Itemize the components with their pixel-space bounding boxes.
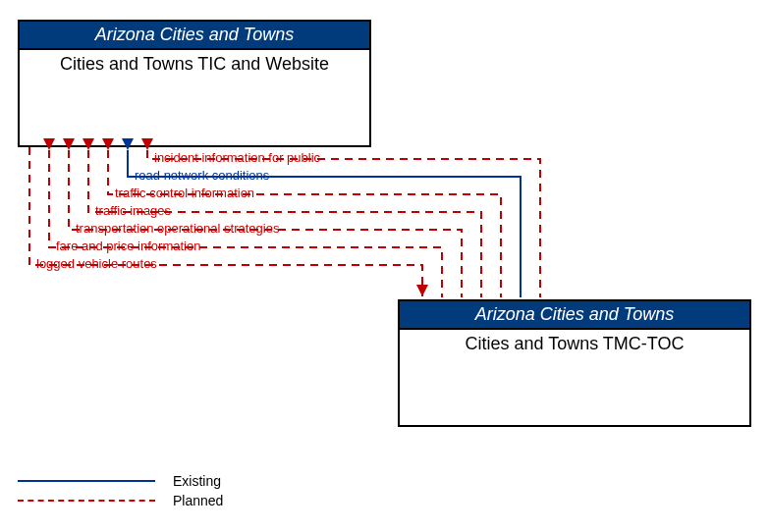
node-tmc-title: Cities and Towns TMC-TOC xyxy=(400,330,749,358)
node-tic-website: Arizona Cities and Towns Cities and Town… xyxy=(18,20,371,147)
legend: Existing Planned xyxy=(18,473,223,512)
legend-planned-label: Planned xyxy=(173,493,223,508)
node-tmc-toc: Arizona Cities and Towns Cities and Town… xyxy=(398,299,751,427)
flow-label-trafimg: traffic images xyxy=(95,203,171,218)
flow-label-roadnet: road network conditions xyxy=(135,168,269,183)
flow-label-logged: logged vehicle routes xyxy=(36,256,157,271)
legend-line-planned-icon xyxy=(18,500,155,502)
flow-label-fare: fare and price information xyxy=(56,239,200,253)
node-tmc-header: Arizona Cities and Towns xyxy=(400,301,749,330)
legend-planned: Planned xyxy=(18,493,223,508)
legend-line-existing-icon xyxy=(18,480,155,482)
flow-label-transop: transportation operational strategies xyxy=(76,221,279,236)
flow-label-incident: incident information for public xyxy=(154,150,320,165)
legend-existing-label: Existing xyxy=(173,473,221,489)
flow-label-trafctrl: traffic control information xyxy=(115,186,254,200)
node-tic-title: Cities and Towns TIC and Website xyxy=(20,50,369,79)
node-tic-header: Arizona Cities and Towns xyxy=(20,22,369,50)
legend-existing: Existing xyxy=(18,473,223,489)
